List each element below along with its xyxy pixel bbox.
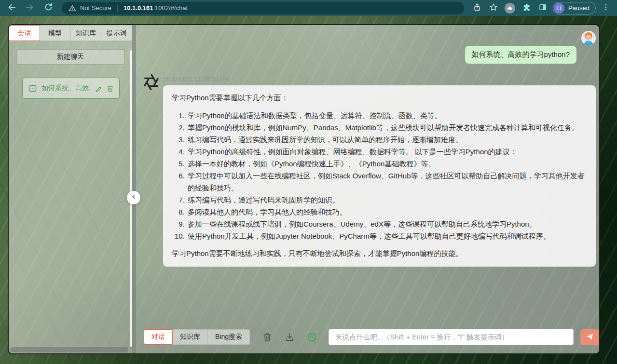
back-button[interactable] <box>5 1 18 15</box>
forward-icon <box>25 2 35 14</box>
menu-dots-icon <box>602 3 610 13</box>
browser-menu-button[interactable] <box>600 2 612 14</box>
new-chat-button[interactable]: 新建聊天 <box>16 49 124 65</box>
assistant-message: 5/21/2023, 11:26:03 PM 学习Python需要掌握以下几个方… <box>143 74 596 267</box>
puzzle-icon <box>522 3 531 13</box>
user-avatar <box>581 31 596 45</box>
send-plane-icon <box>585 332 595 343</box>
chat-bubble-icon <box>28 84 37 93</box>
assistant-intro: 学习Python需要掌握以下几个方面： <box>172 92 587 104</box>
assistant-list-item: 学习Python的高级特性，例如面向对象编程、网络编程、数据科学等。 以下是一些… <box>187 146 587 158</box>
sidebar-tabs: 会话 模型 知识库 提示词 <box>9 25 132 41</box>
assistant-list-item: 使用Python开发工具，例如Jupyter Notebook、PyCharm等… <box>187 230 587 242</box>
extensions-button[interactable] <box>520 2 533 14</box>
user-message-timestamp: 5/21/2023, 11:24:12 PM <box>510 31 576 40</box>
mode-bing-search[interactable]: Bing搜索 <box>208 329 250 345</box>
assistant-message-bubble: 学习Python需要掌握以下几个方面： 学习Python的基础语法和数据类型，包… <box>163 85 596 267</box>
assistant-list: 学习Python的基础语法和数据类型，包括变量、运算符、控制流、函数、类等。掌握… <box>172 109 587 242</box>
url-host: 10.1.0.161 <box>123 4 153 12</box>
send-button[interactable] <box>580 329 600 345</box>
chat-item-title: 如何系统、高效... <box>41 84 91 93</box>
tab-models[interactable]: 模型 <box>40 25 71 41</box>
edit-chat-button[interactable] <box>95 85 102 92</box>
mode-chat[interactable]: 对话 <box>144 329 173 345</box>
clear-chat-button[interactable] <box>262 332 272 342</box>
profile-button[interactable]: H Paused <box>553 2 596 14</box>
mode-knowledge-base[interactable]: 知识库 <box>173 329 208 345</box>
share-button[interactable] <box>471 2 483 14</box>
collapse-chevron-icon <box>130 193 137 202</box>
trash-icon <box>262 332 272 342</box>
assistant-list-item: 多阅读其他人的代码，学习其他人的经验和技巧。 <box>187 206 587 218</box>
back-icon <box>7 2 16 14</box>
sidebar-divider <box>132 25 136 353</box>
assistant-list-item: 选择一本好的教材，例如《Python编程快速上手》、《Python基础教程》等。 <box>187 158 587 170</box>
reload-button[interactable] <box>41 1 55 15</box>
chat-list-item[interactable]: 如何系统、高效... <box>22 78 120 99</box>
assistant-list-item: 学习Python的基础语法和数据类型，包括变量、运算符、控制流、函数、类等。 <box>187 109 587 121</box>
assistant-list-item: 练习编写代码，通过实践来巩固所学的知识，可以从简单的程序开始，逐渐增加难度。 <box>187 134 587 146</box>
chat-list: 如何系统、高效... <box>22 78 120 99</box>
tab-prompts[interactable]: 提示词 <box>101 25 132 41</box>
user-message: 5/21/2023, 11:24:12 PM 如何系统、高效的学习python? <box>143 31 596 64</box>
star-icon <box>489 3 498 13</box>
cloud-extension-icon <box>505 3 515 13</box>
profile-avatar: H <box>554 3 564 13</box>
edit-pencil-icon <box>95 85 102 92</box>
user-message-bubble: 如何系统、高效的学习python? <box>465 46 576 64</box>
browser-chrome: Not Secure 10.1.0.161 :1002/#/chat <box>0 0 617 16</box>
assistant-message-timestamp: 5/21/2023, 11:26:03 PM <box>163 74 596 82</box>
sidebar: 会话 模型 知识库 提示词 新建聊天 如何系统、高效... <box>9 25 132 353</box>
assistant-outro: 学习Python需要不断地练习和实践，只有不断地尝试和探索，才能掌握Python… <box>172 247 587 259</box>
security-label: Not Secure <box>80 4 111 12</box>
tab-sessions[interactable]: 会话 <box>9 25 40 41</box>
assistant-list-item: 练习编写代码，通过写代码来巩固所学的知识。 <box>187 194 587 206</box>
warning-icon[interactable] <box>69 4 76 12</box>
url-path: :1002/#/chat <box>153 4 188 12</box>
main-panel: 会话 模型 知识库 提示词 新建聊天 如何系统、高效... <box>8 24 600 354</box>
sidebar-horizontal-scrollbar[interactable] <box>10 347 128 352</box>
url-bar[interactable]: Not Secure 10.1.0.161 :1002/#/chat <box>62 2 464 14</box>
trash-icon <box>107 85 114 92</box>
assistant-list-item: 参加一些在线课程或线下培训，例如Coursera、Udemy、edX等，这些课程… <box>187 218 587 230</box>
bookmark-button[interactable] <box>487 2 500 14</box>
history-button[interactable] <box>307 332 317 342</box>
assistant-list-item: 掌握Python的模块和库，例如NumPy、Pandas、Matplotlib等… <box>187 121 587 134</box>
history-clock-icon <box>307 332 317 342</box>
share-icon <box>473 3 481 13</box>
openai-logo-icon <box>143 74 159 90</box>
tab-knowledge-base[interactable]: 知识库 <box>71 25 102 41</box>
side-panel-button[interactable] <box>536 2 549 14</box>
forward-button[interactable] <box>23 1 37 15</box>
chat-area: 5/21/2023, 11:24:12 PM 如何系统、高效的学习python? <box>136 25 600 353</box>
mode-group: 对话 知识库 Bing搜索 <box>144 329 250 345</box>
extension-cloud-button[interactable] <box>504 2 516 14</box>
export-chat-button[interactable] <box>285 332 294 342</box>
delete-chat-button[interactable] <box>107 85 114 92</box>
footer-toolbar: 对话 知识库 Bing搜索 <box>136 329 600 353</box>
reload-icon <box>44 2 53 13</box>
message-list: 5/21/2023, 11:24:12 PM 如何系统、高效的学习python? <box>136 25 600 329</box>
download-icon <box>285 332 294 342</box>
app-background: 会话 模型 知识库 提示词 新建聊天 如何系统、高效... <box>0 16 617 364</box>
url-separator <box>117 5 118 12</box>
collapse-sidebar-button[interactable] <box>127 191 140 204</box>
assistant-list-item: 学习过程中可以加入一些在线编程社区，例如Stack Overflow、GitHu… <box>187 170 587 194</box>
message-input[interactable] <box>329 329 574 345</box>
profile-status: Paused <box>568 4 590 12</box>
side-panel-icon <box>538 3 547 13</box>
